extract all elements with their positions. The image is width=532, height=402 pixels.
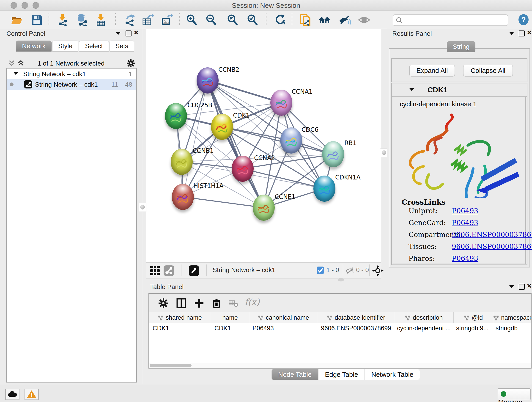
edge-HIST1H1A-CCNE1[interactable] — [183, 197, 264, 208]
birds-eye-view-icon[interactable] — [189, 265, 199, 276]
crosslinks-title: CrossLinks — [402, 198, 446, 206]
cloud-status-button[interactable] — [5, 389, 19, 400]
network-node-CCNA1[interactable] — [270, 89, 292, 116]
expand-all-button[interactable]: Expand All — [409, 65, 455, 77]
import-table-icon[interactable] — [95, 14, 108, 26]
close-panel-icon[interactable]: × — [134, 30, 138, 35]
network-row[interactable]: String Network – cdk1 11 48 — [7, 79, 136, 89]
search-input[interactable] — [404, 16, 506, 24]
delete-column-icon[interactable] — [211, 298, 222, 308]
table-options-gear-icon[interactable] — [158, 298, 169, 308]
network-node-CCNA2[interactable] — [232, 156, 254, 182]
grid-view-icon[interactable] — [150, 265, 160, 276]
tab-string[interactable]: String — [447, 41, 475, 52]
crosslink-link[interactable]: 9606.ENSP00000378699 — [452, 230, 532, 239]
open-session-icon[interactable] — [11, 14, 23, 26]
export-table-icon[interactable] — [142, 14, 154, 26]
save-session-icon[interactable] — [31, 14, 43, 26]
first-neighbors-icon[interactable] — [318, 14, 331, 26]
export-network-icon[interactable] — [124, 14, 136, 26]
hide-selection-icon[interactable] — [339, 14, 351, 26]
table-cell[interactable]: P06493 — [249, 323, 317, 333]
tab-select[interactable]: Select — [79, 41, 109, 51]
collapse-panel-icon[interactable] — [509, 32, 514, 35]
tab-edge-table[interactable]: Edge Table — [318, 369, 365, 380]
table-cell[interactable]: cyclin-dependent ... — [393, 323, 452, 333]
show-all-icon[interactable] — [358, 14, 370, 26]
tab-network-table[interactable]: Network Table — [365, 369, 420, 380]
tab-network[interactable]: Network — [16, 41, 51, 51]
edge-CCNB2-HIST1H1A[interactable] — [183, 80, 208, 197]
table-cell[interactable]: stringdb — [492, 323, 531, 333]
close-panel-icon[interactable]: × — [527, 30, 532, 35]
entry-collapse-icon[interactable] — [409, 88, 414, 91]
collapse-panel-icon[interactable] — [509, 285, 514, 288]
selected-checkbox-icon[interactable] — [317, 267, 324, 274]
add-column-icon[interactable] — [194, 298, 204, 308]
network-options-gear-icon[interactable] — [127, 59, 135, 68]
network-canvas[interactable]: CCNB2CCNA1CDC25BCDK1CDC6RB1CCNB1CCNA2CDK… — [146, 29, 381, 263]
network-row-label: String Network – cdk1 — [35, 81, 98, 88]
tree-expand-icon[interactable] — [13, 72, 18, 75]
zoom-selected-icon[interactable] — [246, 14, 259, 26]
column-header-shared-name[interactable]: shared name — [149, 313, 211, 323]
tab-sets[interactable]: Sets — [109, 41, 134, 51]
column-header-canonical-name[interactable]: canonical name — [249, 313, 318, 323]
table-cell[interactable]: 9606.ENSP00000378699 — [317, 323, 393, 333]
crosslink-link[interactable]: P06493 — [452, 219, 478, 227]
zoom-fit-icon[interactable] — [226, 14, 239, 26]
collapse-panel-icon[interactable] — [116, 32, 121, 35]
table-cell[interactable]: stringdb:9... — [452, 323, 492, 333]
network-node-CDKN1A[interactable] — [313, 176, 336, 202]
network-node-HIST1H1A[interactable] — [172, 184, 194, 210]
close-panel-icon[interactable]: × — [527, 283, 532, 288]
column-header--id[interactable]: @id — [454, 313, 493, 323]
warning-icon — [25, 389, 38, 399]
network-node-RB1[interactable] — [322, 141, 344, 167]
network-view-toolbar: String Network – cdk1 1 - 0 0 - 0 — [146, 262, 381, 279]
column-header-name[interactable]: name — [211, 313, 249, 323]
column-header-database-identifier[interactable]: database identifier — [318, 313, 394, 323]
zoom-in-icon[interactable] — [186, 14, 198, 26]
tab-node-table[interactable]: Node Table — [272, 369, 318, 380]
memory-button[interactable]: Memory — [498, 388, 531, 400]
export-image-icon[interactable] — [161, 14, 173, 26]
zoom-out-icon[interactable] — [205, 14, 217, 26]
node-entry-header[interactable]: CDK1 — [392, 83, 527, 97]
table-cell[interactable]: CDK1 — [149, 323, 211, 333]
network-node-CDK1[interactable] — [211, 114, 233, 140]
help-icon[interactable]: ? — [518, 14, 530, 26]
scrollbar-thumb[interactable] — [150, 364, 191, 367]
network-node-CCNB2[interactable] — [196, 67, 219, 94]
table-cell[interactable]: CDK1 — [211, 323, 249, 333]
import-network-icon[interactable] — [57, 14, 69, 26]
float-panel-icon[interactable] — [519, 284, 525, 290]
string-view-icon[interactable] — [164, 265, 174, 276]
warning-status-button[interactable] — [25, 389, 39, 400]
show-columns-icon[interactable] — [176, 298, 186, 308]
network-node-CCNE1[interactable] — [253, 195, 275, 221]
network-node-CDC6[interactable] — [280, 128, 302, 153]
collapse-all-button[interactable]: Collapse All — [463, 65, 513, 77]
fit-content-crosshair-icon[interactable] — [372, 265, 384, 276]
tab-style[interactable]: Style — [52, 41, 78, 51]
edge-CCNB2-CCNA1[interactable] — [208, 80, 281, 103]
network-collection-row[interactable]: String Network – cdk1 1 — [7, 69, 136, 79]
left-splitter-handle[interactable] — [139, 203, 146, 212]
import-network-database-icon[interactable] — [76, 14, 89, 26]
float-panel-icon[interactable] — [519, 31, 525, 36]
refresh-icon[interactable] — [274, 14, 286, 26]
table-row[interactable]: CDK1CDK1P064939606.ENSP00000378699cyclin… — [149, 323, 531, 333]
right-splitter-handle[interactable] — [380, 148, 388, 157]
crosslink-link[interactable]: 9606.ENSP00000378699 — [452, 242, 532, 250]
crosslink-link[interactable]: P06493 — [452, 207, 478, 215]
horizontal-scrollbar[interactable] — [149, 363, 531, 368]
network-node-CDC25B[interactable] — [165, 103, 187, 129]
bottom-splitter-handle[interactable] — [338, 278, 344, 281]
column-header-description[interactable]: description — [394, 313, 454, 323]
column-header-namespace[interactable]: namespace — [493, 313, 531, 323]
float-panel-icon[interactable] — [126, 31, 132, 36]
crosslink-link[interactable]: P06493 — [452, 254, 478, 262]
network-node-CCNB1[interactable] — [171, 149, 193, 175]
new-network-from-selection-icon[interactable] — [300, 14, 312, 26]
